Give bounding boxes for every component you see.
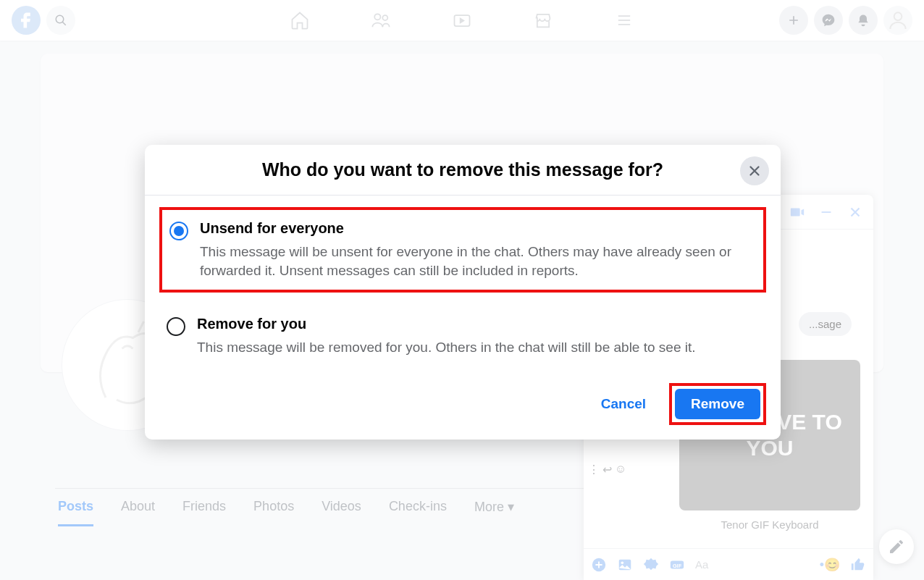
- close-icon[interactable]: [740, 156, 769, 185]
- dialog-footer: Cancel Remove: [145, 376, 781, 440]
- option-unsend-everyone[interactable]: Unsend for everyone This message will be…: [159, 207, 766, 293]
- option-remove-for-you[interactable]: Remove for you This message will be remo…: [159, 306, 766, 367]
- option-title: Unsend for everyone: [200, 220, 756, 237]
- option-title: Remove for you: [197, 316, 696, 332]
- cancel-button[interactable]: Cancel: [591, 389, 656, 419]
- option-description: This message will be unsent for everyone…: [200, 243, 756, 280]
- dialog-title: Who do you want to remove this message f…: [188, 159, 737, 180]
- remove-button[interactable]: Remove: [675, 389, 760, 419]
- option-description: This message will be removed for you. Ot…: [197, 338, 696, 357]
- dialog-body: Unsend for everyone This message will be…: [145, 196, 781, 376]
- radio-unselected-icon[interactable]: [167, 317, 185, 336]
- radio-selected-icon[interactable]: [169, 222, 188, 240]
- dialog-header: Who do you want to remove this message f…: [145, 145, 781, 196]
- remove-message-dialog: Who do you want to remove this message f…: [145, 145, 781, 440]
- remove-highlight: Remove: [669, 383, 766, 425]
